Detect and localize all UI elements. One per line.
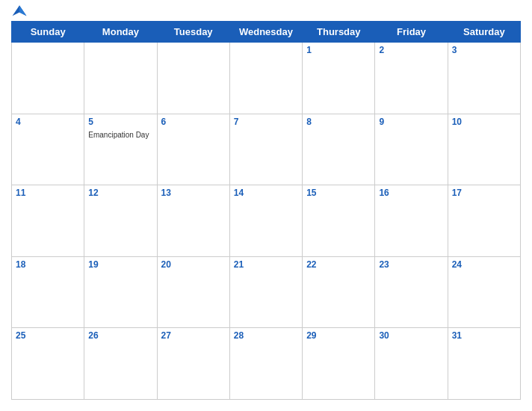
day-number: 11: [16, 188, 80, 198]
calendar-cell: 15: [303, 185, 375, 257]
calendar-cell: 23: [375, 256, 448, 328]
weekday-header-sunday: Sunday: [12, 22, 84, 43]
calendar-cell: 9: [375, 114, 448, 185]
day-number: 13: [161, 188, 226, 198]
weekday-header-thursday: Thursday: [303, 22, 375, 43]
day-number: 17: [452, 188, 516, 198]
calendar-week-row: 25262728293031: [12, 328, 521, 400]
day-number: 8: [306, 117, 371, 127]
day-number: 2: [379, 45, 443, 55]
weekday-header-row: SundayMondayTuesdayWednesdayThursdayFrid…: [12, 22, 521, 43]
calendar-cell: 26: [84, 328, 157, 400]
calendar-cell: 19: [84, 256, 157, 328]
calendar-header: [11, 7, 521, 15]
calendar-cell: 20: [157, 256, 229, 328]
day-number: 22: [306, 259, 371, 270]
calendar-cell: 16: [375, 185, 448, 257]
calendar-week-row: 11121314151617: [12, 185, 521, 257]
calendar-cell: 25: [12, 328, 84, 400]
calendar-cell: 10: [448, 114, 520, 185]
calendar-cell: 4: [12, 114, 84, 185]
calendar-cell: 13: [157, 185, 229, 257]
calendar-cell: 7: [229, 114, 302, 185]
calendar-cell: 30: [375, 328, 448, 400]
svg-marker-1: [19, 5, 26, 16]
calendar-cell: 27: [157, 328, 229, 400]
calendar-cell: 5Emancipation Day: [84, 114, 157, 185]
calendar-cell: 31: [448, 328, 520, 400]
weekday-header-wednesday: Wednesday: [229, 22, 302, 43]
calendar-cell: [229, 43, 302, 114]
day-number: 6: [161, 117, 226, 127]
calendar-cell: 24: [448, 256, 520, 328]
calendar-cell: [84, 43, 157, 114]
day-number: 30: [379, 330, 443, 341]
logo: [11, 3, 29, 19]
calendar-cell: 3: [448, 43, 520, 114]
calendar-cell: 29: [303, 328, 375, 400]
day-number: 23: [379, 259, 443, 270]
calendar-cell: 28: [229, 328, 302, 400]
day-number: 25: [16, 330, 80, 341]
calendar-cell: 12: [84, 185, 157, 257]
day-number: 19: [88, 259, 152, 270]
calendar-cell: 8: [303, 114, 375, 185]
calendar-cell: 14: [229, 185, 302, 257]
day-number: 15: [306, 188, 371, 198]
day-number: 14: [234, 188, 298, 198]
weekday-header-friday: Friday: [375, 22, 448, 43]
calendar-week-row: 123: [12, 43, 521, 114]
day-number: 7: [234, 117, 298, 127]
day-number: 5: [88, 117, 152, 127]
calendar-table: SundayMondayTuesdayWednesdayThursdayFrid…: [11, 21, 521, 400]
calendar-cell: 17: [448, 185, 520, 257]
day-number: 27: [161, 330, 226, 341]
weekday-header-tuesday: Tuesday: [157, 22, 229, 43]
day-number: 4: [16, 117, 80, 127]
day-number: 29: [306, 330, 371, 341]
calendar-week-row: 18192021222324: [12, 256, 521, 328]
calendar-cell: 2: [375, 43, 448, 114]
logo-bird-icon: [11, 3, 28, 19]
calendar-cell: 1: [303, 43, 375, 114]
day-number: 12: [88, 188, 152, 198]
calendar-cell: 21: [229, 256, 302, 328]
day-number: 28: [234, 330, 298, 341]
day-number: 18: [16, 259, 80, 270]
calendar-cell: 22: [303, 256, 375, 328]
day-number: 1: [306, 45, 371, 55]
day-number: 26: [88, 330, 152, 341]
calendar-cell: [157, 43, 229, 114]
day-number: 3: [452, 45, 516, 55]
day-number: 24: [452, 259, 516, 270]
day-number: 31: [452, 330, 516, 341]
day-number: 10: [452, 117, 516, 127]
day-number: 16: [379, 188, 443, 198]
day-number: 20: [161, 259, 226, 270]
calendar-cell: 11: [12, 185, 84, 257]
calendar-cell: [12, 43, 84, 114]
calendar-week-row: 45Emancipation Day678910: [12, 114, 521, 185]
calendar-cell: 6: [157, 114, 229, 185]
holiday-label: Emancipation Day: [88, 131, 149, 139]
day-number: 21: [234, 259, 298, 270]
weekday-header-saturday: Saturday: [448, 22, 520, 43]
weekday-header-monday: Monday: [84, 22, 157, 43]
day-number: 9: [379, 117, 443, 127]
calendar-cell: 18: [12, 256, 84, 328]
